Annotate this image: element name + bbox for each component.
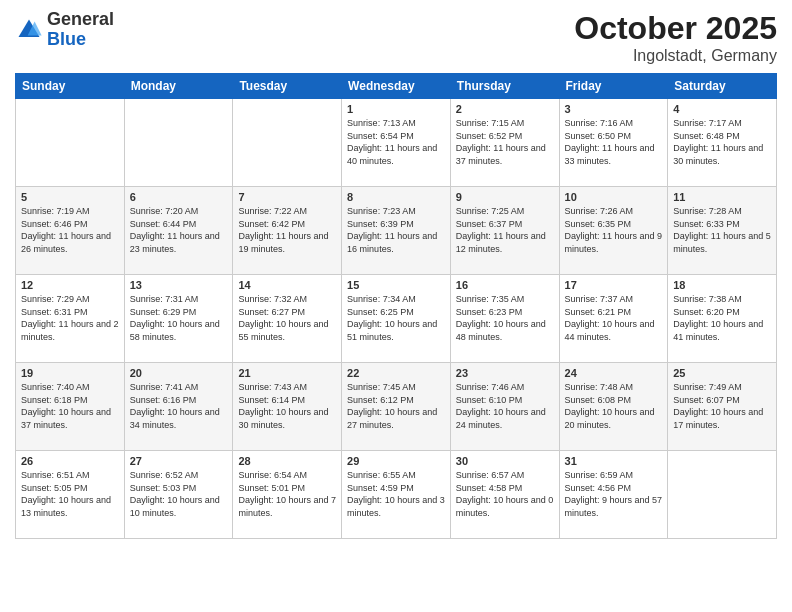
calendar-cell: 7Sunrise: 7:22 AMSunset: 6:42 PMDaylight…: [233, 187, 342, 275]
day-number: 31: [565, 455, 663, 467]
day-number: 16: [456, 279, 554, 291]
day-number: 1: [347, 103, 445, 115]
page: General Blue October 2025 Ingolstadt, Ge…: [0, 0, 792, 612]
header-tuesday: Tuesday: [233, 74, 342, 99]
calendar-week-2: 12Sunrise: 7:29 AMSunset: 6:31 PMDayligh…: [16, 275, 777, 363]
calendar-week-4: 26Sunrise: 6:51 AMSunset: 5:05 PMDayligh…: [16, 451, 777, 539]
calendar-cell: 9Sunrise: 7:25 AMSunset: 6:37 PMDaylight…: [450, 187, 559, 275]
calendar-cell: 12Sunrise: 7:29 AMSunset: 6:31 PMDayligh…: [16, 275, 125, 363]
day-number: 18: [673, 279, 771, 291]
calendar-cell: [16, 99, 125, 187]
calendar-cell: 19Sunrise: 7:40 AMSunset: 6:18 PMDayligh…: [16, 363, 125, 451]
calendar-cell: 24Sunrise: 7:48 AMSunset: 6:08 PMDayligh…: [559, 363, 668, 451]
day-number: 27: [130, 455, 228, 467]
header-wednesday: Wednesday: [342, 74, 451, 99]
calendar-cell: 3Sunrise: 7:16 AMSunset: 6:50 PMDaylight…: [559, 99, 668, 187]
logo-text: General Blue: [47, 10, 114, 50]
calendar-cell: [124, 99, 233, 187]
day-info: Sunrise: 6:59 AMSunset: 4:56 PMDaylight:…: [565, 469, 663, 519]
day-info: Sunrise: 6:54 AMSunset: 5:01 PMDaylight:…: [238, 469, 336, 519]
day-number: 21: [238, 367, 336, 379]
day-number: 22: [347, 367, 445, 379]
calendar-cell: 20Sunrise: 7:41 AMSunset: 6:16 PMDayligh…: [124, 363, 233, 451]
logo-icon: [15, 16, 43, 44]
day-number: 29: [347, 455, 445, 467]
calendar-cell: 13Sunrise: 7:31 AMSunset: 6:29 PMDayligh…: [124, 275, 233, 363]
calendar-cell: 4Sunrise: 7:17 AMSunset: 6:48 PMDaylight…: [668, 99, 777, 187]
day-info: Sunrise: 7:32 AMSunset: 6:27 PMDaylight:…: [238, 293, 336, 343]
calendar-week-1: 5Sunrise: 7:19 AMSunset: 6:46 PMDaylight…: [16, 187, 777, 275]
calendar-cell: 30Sunrise: 6:57 AMSunset: 4:58 PMDayligh…: [450, 451, 559, 539]
calendar-cell: 23Sunrise: 7:46 AMSunset: 6:10 PMDayligh…: [450, 363, 559, 451]
day-info: Sunrise: 7:43 AMSunset: 6:14 PMDaylight:…: [238, 381, 336, 431]
day-number: 17: [565, 279, 663, 291]
day-info: Sunrise: 7:45 AMSunset: 6:12 PMDaylight:…: [347, 381, 445, 431]
logo-blue: Blue: [47, 30, 114, 50]
header-monday: Monday: [124, 74, 233, 99]
header-saturday: Saturday: [668, 74, 777, 99]
day-info: Sunrise: 6:51 AMSunset: 5:05 PMDaylight:…: [21, 469, 119, 519]
day-number: 19: [21, 367, 119, 379]
calendar-cell: 8Sunrise: 7:23 AMSunset: 6:39 PMDaylight…: [342, 187, 451, 275]
calendar-cell: 22Sunrise: 7:45 AMSunset: 6:12 PMDayligh…: [342, 363, 451, 451]
calendar-cell: 17Sunrise: 7:37 AMSunset: 6:21 PMDayligh…: [559, 275, 668, 363]
day-number: 7: [238, 191, 336, 203]
day-number: 8: [347, 191, 445, 203]
day-info: Sunrise: 7:46 AMSunset: 6:10 PMDaylight:…: [456, 381, 554, 431]
day-number: 24: [565, 367, 663, 379]
calendar-cell: 16Sunrise: 7:35 AMSunset: 6:23 PMDayligh…: [450, 275, 559, 363]
day-info: Sunrise: 6:52 AMSunset: 5:03 PMDaylight:…: [130, 469, 228, 519]
calendar-cell: [668, 451, 777, 539]
day-number: 25: [673, 367, 771, 379]
calendar-cell: 14Sunrise: 7:32 AMSunset: 6:27 PMDayligh…: [233, 275, 342, 363]
page-title: October 2025: [574, 10, 777, 47]
day-number: 26: [21, 455, 119, 467]
calendar-cell: 25Sunrise: 7:49 AMSunset: 6:07 PMDayligh…: [668, 363, 777, 451]
day-number: 12: [21, 279, 119, 291]
header-friday: Friday: [559, 74, 668, 99]
logo: General Blue: [15, 10, 114, 50]
day-number: 30: [456, 455, 554, 467]
calendar-cell: 18Sunrise: 7:38 AMSunset: 6:20 PMDayligh…: [668, 275, 777, 363]
day-info: Sunrise: 7:28 AMSunset: 6:33 PMDaylight:…: [673, 205, 771, 255]
day-info: Sunrise: 7:34 AMSunset: 6:25 PMDaylight:…: [347, 293, 445, 343]
day-info: Sunrise: 7:26 AMSunset: 6:35 PMDaylight:…: [565, 205, 663, 255]
day-number: 9: [456, 191, 554, 203]
calendar-cell: 26Sunrise: 6:51 AMSunset: 5:05 PMDayligh…: [16, 451, 125, 539]
day-info: Sunrise: 7:20 AMSunset: 6:44 PMDaylight:…: [130, 205, 228, 255]
calendar-week-0: 1Sunrise: 7:13 AMSunset: 6:54 PMDaylight…: [16, 99, 777, 187]
day-info: Sunrise: 6:55 AMSunset: 4:59 PMDaylight:…: [347, 469, 445, 519]
day-info: Sunrise: 7:22 AMSunset: 6:42 PMDaylight:…: [238, 205, 336, 255]
title-block: October 2025 Ingolstadt, Germany: [574, 10, 777, 65]
day-number: 28: [238, 455, 336, 467]
day-info: Sunrise: 7:41 AMSunset: 6:16 PMDaylight:…: [130, 381, 228, 431]
page-subtitle: Ingolstadt, Germany: [574, 47, 777, 65]
calendar-cell: 15Sunrise: 7:34 AMSunset: 6:25 PMDayligh…: [342, 275, 451, 363]
calendar-cell: 27Sunrise: 6:52 AMSunset: 5:03 PMDayligh…: [124, 451, 233, 539]
logo-general: General: [47, 10, 114, 30]
day-number: 23: [456, 367, 554, 379]
calendar-week-3: 19Sunrise: 7:40 AMSunset: 6:18 PMDayligh…: [16, 363, 777, 451]
calendar-cell: 5Sunrise: 7:19 AMSunset: 6:46 PMDaylight…: [16, 187, 125, 275]
calendar-cell: 6Sunrise: 7:20 AMSunset: 6:44 PMDaylight…: [124, 187, 233, 275]
calendar-cell: 10Sunrise: 7:26 AMSunset: 6:35 PMDayligh…: [559, 187, 668, 275]
day-number: 13: [130, 279, 228, 291]
day-info: Sunrise: 7:38 AMSunset: 6:20 PMDaylight:…: [673, 293, 771, 343]
day-info: Sunrise: 7:17 AMSunset: 6:48 PMDaylight:…: [673, 117, 771, 167]
day-info: Sunrise: 7:19 AMSunset: 6:46 PMDaylight:…: [21, 205, 119, 255]
day-number: 11: [673, 191, 771, 203]
calendar-cell: 28Sunrise: 6:54 AMSunset: 5:01 PMDayligh…: [233, 451, 342, 539]
day-info: Sunrise: 7:48 AMSunset: 6:08 PMDaylight:…: [565, 381, 663, 431]
calendar-cell: 2Sunrise: 7:15 AMSunset: 6:52 PMDaylight…: [450, 99, 559, 187]
day-number: 10: [565, 191, 663, 203]
calendar-cell: 29Sunrise: 6:55 AMSunset: 4:59 PMDayligh…: [342, 451, 451, 539]
header-thursday: Thursday: [450, 74, 559, 99]
day-info: Sunrise: 7:16 AMSunset: 6:50 PMDaylight:…: [565, 117, 663, 167]
header-sunday: Sunday: [16, 74, 125, 99]
day-info: Sunrise: 7:29 AMSunset: 6:31 PMDaylight:…: [21, 293, 119, 343]
day-info: Sunrise: 7:23 AMSunset: 6:39 PMDaylight:…: [347, 205, 445, 255]
day-info: Sunrise: 6:57 AMSunset: 4:58 PMDaylight:…: [456, 469, 554, 519]
day-number: 6: [130, 191, 228, 203]
day-number: 2: [456, 103, 554, 115]
day-info: Sunrise: 7:13 AMSunset: 6:54 PMDaylight:…: [347, 117, 445, 167]
